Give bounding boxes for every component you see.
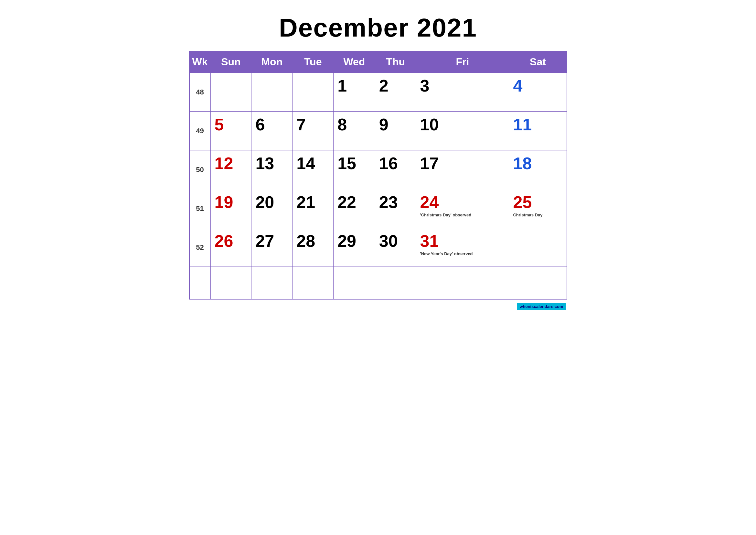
table-row — [252, 267, 292, 299]
week-number: 51 — [189, 189, 211, 228]
day-number: 10 — [420, 115, 505, 134]
table-row: 5 — [210, 112, 252, 151]
table-row: 30 — [375, 228, 416, 267]
table-row: 18 — [509, 151, 567, 189]
week-number: 52 — [189, 228, 211, 267]
table-row: 20 — [252, 189, 292, 228]
header-thu: Thu — [375, 51, 416, 73]
table-row — [416, 267, 509, 299]
day-number: 11 — [513, 115, 562, 134]
calendar-body: 4812344956789101150121314151617185119202… — [189, 73, 567, 299]
page-container: December 2021 Wk Sun Mon Tue Wed Thu Fri… — [189, 7, 567, 309]
day-number: 29 — [338, 231, 371, 251]
header-tue: Tue — [292, 51, 334, 73]
table-row: 4 — [509, 73, 567, 112]
day-number: 3 — [420, 76, 505, 96]
holiday-label: Christmas Day — [513, 212, 562, 218]
table-row: 3 — [416, 73, 509, 112]
day-number: 6 — [255, 115, 288, 134]
table-row: 11 — [509, 112, 567, 151]
table-row: 2 — [375, 73, 416, 112]
table-row: 28 — [292, 228, 334, 267]
holiday-label: 'New Year's Day' observed — [420, 251, 505, 257]
day-number: 21 — [296, 192, 329, 212]
table-row: 7 — [292, 112, 334, 151]
day-number: 17 — [420, 154, 505, 173]
day-number: 23 — [379, 192, 412, 212]
calendar-table: Wk Sun Mon Tue Wed Thu Fri Sat 481234495… — [189, 51, 567, 299]
day-number: 12 — [215, 154, 248, 173]
table-row: 16 — [375, 151, 416, 189]
header-sun: Sun — [210, 51, 252, 73]
table-row: 24'Christmas Day' observed — [416, 189, 509, 228]
table-row — [292, 267, 334, 299]
day-number: 4 — [513, 76, 562, 96]
header-sat: Sat — [509, 51, 567, 73]
watermark-link[interactable]: wheniscalendars.com — [517, 303, 566, 310]
table-row — [210, 73, 252, 112]
header-fri: Fri — [416, 51, 509, 73]
header-wk: Wk — [189, 51, 211, 73]
day-number: 20 — [255, 192, 288, 212]
day-number: 9 — [379, 115, 412, 134]
header-wed: Wed — [334, 51, 375, 73]
table-row: 14 — [292, 151, 334, 189]
week-number: 50 — [189, 151, 211, 189]
day-number: 1 — [338, 76, 371, 96]
holiday-label: 'Christmas Day' observed — [420, 212, 505, 218]
table-row: 25Christmas Day — [509, 189, 567, 228]
table-row: 31'New Year's Day' observed — [416, 228, 509, 267]
table-row: 13 — [252, 151, 292, 189]
table-row: 15 — [334, 151, 375, 189]
table-row: 26 — [210, 228, 252, 267]
day-number: 13 — [255, 154, 288, 173]
day-number: 8 — [338, 115, 371, 134]
day-number: 26 — [215, 231, 248, 251]
table-row — [375, 267, 416, 299]
day-number: 18 — [513, 154, 562, 173]
day-number: 28 — [296, 231, 329, 251]
table-row: 21 — [292, 189, 334, 228]
table-row: 27 — [252, 228, 292, 267]
table-row: 23 — [375, 189, 416, 228]
table-row: 29 — [334, 228, 375, 267]
table-row: 1 — [334, 73, 375, 112]
calendar-title: December 2021 — [189, 7, 567, 51]
table-row — [334, 267, 375, 299]
day-number: 27 — [255, 231, 288, 251]
day-number: 31 — [420, 231, 505, 251]
week-number: 48 — [189, 73, 211, 112]
watermark: wheniscalendars.com — [189, 303, 567, 309]
table-row: 9 — [375, 112, 416, 151]
week-number: 49 — [189, 112, 211, 151]
table-row: 22 — [334, 189, 375, 228]
day-number: 7 — [296, 115, 329, 134]
day-number: 30 — [379, 231, 412, 251]
week-number — [189, 267, 211, 299]
table-row: 6 — [252, 112, 292, 151]
day-number: 14 — [296, 154, 329, 173]
table-row: 10 — [416, 112, 509, 151]
day-number: 22 — [338, 192, 371, 212]
day-number: 2 — [379, 76, 412, 96]
day-number: 24 — [420, 192, 505, 212]
day-number: 19 — [215, 192, 248, 212]
day-number: 5 — [215, 115, 248, 134]
table-row — [252, 73, 292, 112]
table-row: 8 — [334, 112, 375, 151]
table-row — [509, 267, 567, 299]
table-row: 17 — [416, 151, 509, 189]
day-number: 16 — [379, 154, 412, 173]
table-row — [292, 73, 334, 112]
header-mon: Mon — [252, 51, 292, 73]
table-row: 19 — [210, 189, 252, 228]
day-number: 25 — [513, 192, 562, 212]
table-row — [210, 267, 252, 299]
day-number: 15 — [338, 154, 371, 173]
table-row — [509, 228, 567, 267]
header-row: Wk Sun Mon Tue Wed Thu Fri Sat — [189, 51, 567, 73]
table-row: 12 — [210, 151, 252, 189]
